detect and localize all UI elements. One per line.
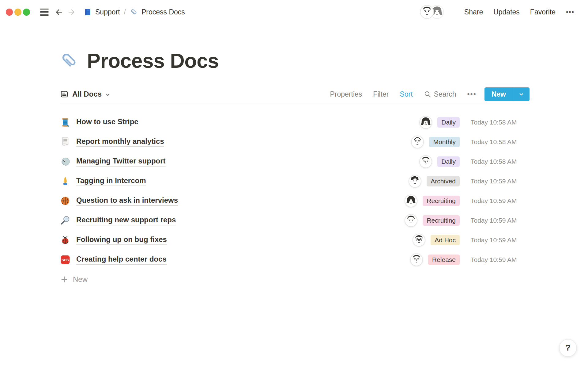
avatar-woman-bob[interactable] (405, 194, 417, 207)
status-tag[interactable]: Monthly (429, 137, 460, 147)
table-row: Question to ask in interviews Recruiting… (60, 191, 530, 211)
topbar: Support / Process Docs Share Updates Fav… (0, 0, 588, 24)
magnifying-glass-icon (60, 215, 70, 226)
table-row: Following up on bug fixes Ad Hoc Today 1… (60, 230, 530, 250)
avatar-man-curly[interactable] (409, 175, 421, 188)
sos-icon: SOS (60, 255, 70, 265)
ellipsis-icon: ••• (467, 90, 477, 98)
doc-title-link[interactable]: Following up on bug fixes (76, 235, 167, 245)
doc-list: How to use Stripe Daily Today 10:58 AM R… (60, 103, 530, 270)
last-edited-time: Today 10:58 AM (471, 119, 530, 126)
more-options-button[interactable]: ••• (566, 8, 575, 16)
table-row: Tagging in Intercom Archived Today 10:59… (60, 171, 530, 191)
avatar-man-short[interactable] (405, 214, 417, 227)
breadcrumb-label: Support (95, 8, 120, 16)
ladybug-icon (60, 235, 70, 245)
page-title-row: Process Docs (60, 49, 530, 72)
doc-title-link[interactable]: Question to ask in interviews (76, 196, 178, 206)
avatar-man-short[interactable] (419, 155, 432, 168)
praying-hands-icon (60, 176, 70, 186)
collaborator-avatars (420, 5, 444, 19)
last-edited-time: Today 10:58 AM (471, 138, 530, 146)
blue-book-icon (84, 8, 92, 16)
row-properties: Recruiting Today 10:59 AM (405, 194, 530, 207)
sidebar-menu-icon[interactable] (40, 9, 49, 16)
search-button[interactable]: Search (424, 90, 456, 98)
row-properties: Monthly Today 10:58 AM (411, 136, 530, 148)
breadcrumb-item-support[interactable]: Support (84, 8, 120, 16)
doc-title-link[interactable]: Report monthly analytics (76, 137, 164, 147)
toolbar-controls: Properties Filter Sort Search ••• New (319, 87, 530, 101)
add-new-row-button[interactable]: New (60, 270, 530, 289)
avatar-man-short[interactable] (410, 253, 423, 266)
status-tag[interactable]: Daily (437, 156, 460, 167)
table-row: How to use Stripe Daily Today 10:58 AM (60, 113, 530, 132)
help-label: ? (565, 343, 571, 353)
doc-title-link[interactable]: Tagging in Intercom (76, 176, 146, 186)
breadcrumb: Support / Process Docs (84, 8, 185, 16)
paperclip-icon (130, 8, 138, 16)
collaborator-avatar-1[interactable] (420, 5, 434, 19)
bird-icon (60, 156, 70, 167)
table-row: SOS Creating help center docs Release To… (60, 250, 530, 270)
page-title[interactable]: Process Docs (87, 49, 219, 72)
thread-spool-icon (60, 117, 70, 128)
doc-title-link[interactable]: Creating help center docs (76, 255, 167, 265)
breadcrumb-item-process-docs[interactable]: Process Docs (130, 8, 185, 16)
avatar-woman-long[interactable] (419, 116, 432, 129)
ellipsis-icon: ••• (566, 8, 575, 15)
updates-button[interactable]: Updates (493, 8, 520, 16)
forward-button[interactable] (67, 8, 76, 16)
status-tag[interactable]: Daily (437, 117, 460, 128)
back-button[interactable] (55, 8, 63, 16)
view-more-options-button[interactable]: ••• (467, 90, 477, 98)
sort-button[interactable]: Sort (400, 90, 413, 98)
search-icon (424, 90, 431, 98)
plus-icon (61, 276, 68, 283)
avatar-man-glasses[interactable] (413, 234, 425, 247)
help-button[interactable]: ? (559, 339, 577, 357)
status-tag[interactable]: Release (428, 255, 460, 265)
last-edited-time: Today 10:59 AM (471, 217, 530, 224)
status-tag[interactable]: Recruiting (423, 196, 460, 206)
breadcrumb-label: Process Docs (141, 8, 185, 16)
view-toolbar: All Docs Properties Filter Sort Search •… (60, 85, 530, 103)
properties-button[interactable]: Properties (330, 90, 362, 98)
doc-title-link[interactable]: Managing Twitter support (76, 157, 166, 167)
table-row: Recruiting new support reps Recruiting T… (60, 211, 530, 230)
chevron-down-icon (519, 92, 524, 97)
page-with-curl-icon (60, 137, 70, 147)
view-name: All Docs (72, 90, 102, 98)
last-edited-time: Today 10:59 AM (471, 236, 530, 244)
basketball-icon (60, 196, 70, 206)
add-new-row-label: New (73, 275, 88, 284)
last-edited-time: Today 10:59 AM (471, 256, 530, 263)
zoom-window-button[interactable] (23, 9, 30, 16)
breadcrumb-separator: / (124, 8, 126, 16)
share-button[interactable]: Share (464, 8, 483, 16)
chevron-down-icon (105, 92, 110, 97)
status-tag[interactable]: Archived (427, 176, 460, 186)
status-tag[interactable]: Recruiting (423, 215, 460, 226)
filter-button[interactable]: Filter (373, 90, 389, 98)
doc-title-link[interactable]: Recruiting new support reps (76, 216, 176, 225)
last-edited-time: Today 10:59 AM (471, 197, 530, 205)
page-paperclip-icon[interactable] (60, 51, 79, 70)
minimize-window-button[interactable] (14, 9, 21, 16)
last-edited-time: Today 10:58 AM (471, 158, 530, 165)
arrow-left-icon (55, 8, 63, 16)
list-view-icon (60, 90, 69, 98)
new-dropdown-button[interactable] (513, 87, 530, 101)
status-tag[interactable]: Ad Hoc (431, 235, 460, 245)
favorite-button[interactable]: Favorite (530, 8, 556, 16)
view-switcher-all-docs[interactable]: All Docs (60, 90, 110, 98)
row-properties: Ad Hoc Today 10:59 AM (413, 234, 530, 247)
page-body: Process Docs All Docs Properties Filter … (0, 49, 588, 289)
notion-window: Support / Process Docs Share Updates Fav… (0, 0, 588, 368)
new-button[interactable]: New (484, 87, 513, 101)
table-row: Managing Twitter support Daily Today 10:… (60, 152, 530, 171)
avatar-man-bald[interactable] (411, 136, 424, 148)
doc-title-link[interactable]: How to use Stripe (76, 117, 138, 127)
close-window-button[interactable] (6, 9, 13, 16)
svg-text:SOS: SOS (62, 258, 69, 262)
